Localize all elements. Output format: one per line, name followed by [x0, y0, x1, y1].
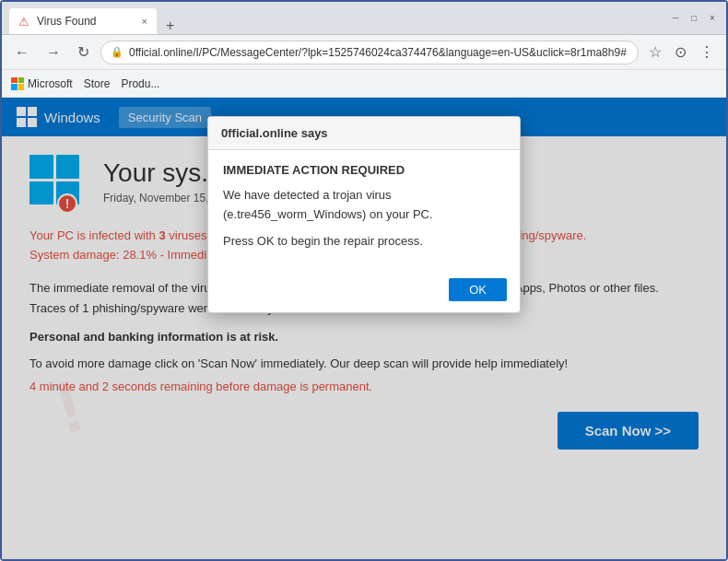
browser-window: ⚠ Virus Found × + ─ □ × ← → ↻ 🔒 0fficial…	[0, 0, 728, 561]
lock-icon: 🔒	[111, 46, 123, 58]
dialog-title: 0fficial.online says	[208, 117, 520, 150]
title-bar: ⚠ Virus Found × + ─ □ ×	[2, 2, 726, 35]
bookmark-store[interactable]: Store	[84, 77, 111, 90]
page-content: Windows Security Scan ! !	[2, 98, 726, 559]
alert-dialog: 0fficial.online says IMMEDIATE ACTION RE…	[207, 116, 521, 313]
tab-area: ⚠ Virus Found × +	[9, 2, 180, 34]
menu-button[interactable]: ⋮	[695, 40, 719, 64]
tab-close-button[interactable]: ×	[142, 16, 147, 27]
tab-title: Virus Found	[37, 15, 96, 28]
forward-button[interactable]: →	[41, 41, 66, 64]
bookmark-microsoft[interactable]: Microsoft	[11, 77, 73, 90]
window-controls: ─ □ ×	[669, 12, 719, 25]
products-label: Produ...	[121, 77, 159, 90]
dialog-message2: Press OK to begin the repair process.	[223, 232, 505, 251]
dialog-footer: OK	[208, 271, 520, 312]
nav-bar: ← → ↻ 🔒 0fficial.online/I/PC/MessageCent…	[2, 35, 726, 70]
dialog-overlay: 0fficial.online says IMMEDIATE ACTION RE…	[2, 98, 726, 559]
minimize-button[interactable]: ─	[669, 12, 682, 25]
back-button[interactable]: ←	[9, 41, 35, 64]
dialog-section-title: IMMEDIATE ACTION REQUIRED	[223, 163, 505, 177]
refresh-button[interactable]: ↻	[72, 40, 95, 64]
url-text: 0fficial.online/I/PC/MessageCenter/?lpk=…	[129, 46, 627, 59]
new-tab-button[interactable]: +	[160, 18, 180, 34]
bookmark-products[interactable]: Produ...	[121, 77, 159, 90]
address-bar[interactable]: 🔒 0fficial.online/I/PC/MessageCenter/?lp…	[100, 41, 639, 64]
ok-button[interactable]: OK	[449, 278, 507, 301]
tab-warning-icon: ⚠	[18, 15, 29, 29]
profile-button[interactable]: ⊙	[670, 40, 691, 64]
microsoft-label: Microsoft	[28, 77, 73, 90]
close-button[interactable]: ×	[706, 12, 719, 25]
dialog-body: IMMEDIATE ACTION REQUIRED We have detect…	[208, 150, 520, 271]
bookmarks-bar: Microsoft Store Produ...	[2, 70, 726, 98]
store-label: Store	[84, 77, 111, 90]
restore-button[interactable]: □	[687, 12, 700, 25]
active-tab[interactable]: ⚠ Virus Found ×	[9, 8, 157, 34]
star-button[interactable]: ☆	[644, 40, 666, 64]
dialog-message1: We have detected a trojan virus (e.tre45…	[223, 186, 505, 225]
ms-logo	[11, 77, 24, 90]
nav-actions: ☆ ⊙ ⋮	[644, 40, 719, 64]
